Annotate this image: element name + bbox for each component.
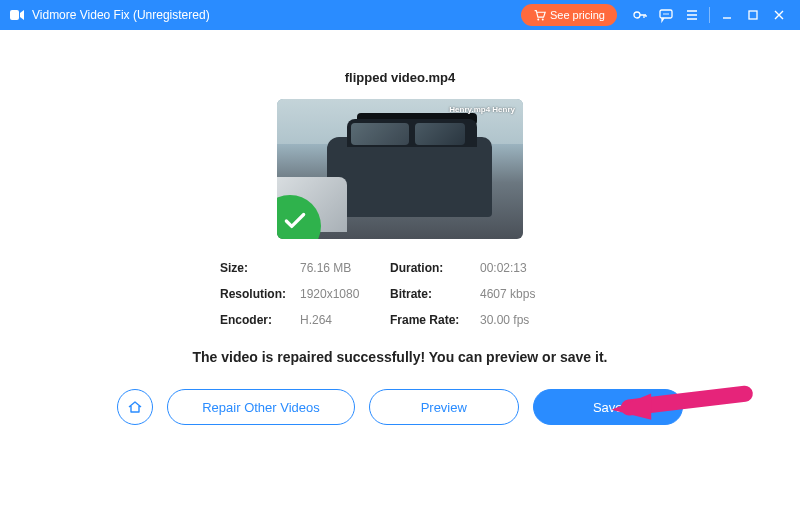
svg-point-3 — [634, 12, 640, 18]
save-button[interactable]: Save — [533, 389, 683, 425]
save-label: Save — [593, 400, 623, 415]
video-info-grid: Size: 76.16 MB Duration: 00:02:13 Resolu… — [220, 261, 580, 327]
resolution-label: Resolution: — [220, 287, 300, 301]
svg-point-7 — [667, 13, 669, 15]
maximize-button[interactable] — [740, 0, 766, 30]
svg-point-1 — [537, 18, 539, 20]
repair-other-label: Repair Other Videos — [202, 400, 320, 415]
app-logo-icon — [8, 6, 26, 24]
home-button[interactable] — [117, 389, 153, 425]
resolution-value: 1920x1080 — [300, 287, 390, 301]
bitrate-label: Bitrate: — [390, 287, 480, 301]
bitrate-value: 4607 kbps — [480, 287, 570, 301]
action-button-row: Repair Other Videos Preview Save — [0, 389, 800, 425]
main-content: flipped video.mp4 Henry.mp4 Henry Size: … — [0, 30, 800, 425]
titlebar-separator — [709, 7, 710, 23]
size-value: 76.16 MB — [300, 261, 390, 275]
file-name: flipped video.mp4 — [0, 70, 800, 85]
encoder-label: Encoder: — [220, 313, 300, 327]
duration-label: Duration: — [390, 261, 480, 275]
titlebar: Vidmore Video Fix (Unregistered) See pri… — [0, 0, 800, 30]
home-icon — [127, 399, 143, 415]
video-thumbnail: Henry.mp4 Henry — [277, 99, 523, 239]
svg-point-2 — [542, 18, 544, 20]
see-pricing-button[interactable]: See pricing — [521, 4, 617, 26]
svg-point-6 — [665, 13, 667, 15]
see-pricing-label: See pricing — [550, 9, 605, 21]
preview-button[interactable]: Preview — [369, 389, 519, 425]
thumbnail-watermark: Henry.mp4 Henry — [449, 105, 515, 114]
preview-label: Preview — [421, 400, 467, 415]
cart-icon — [533, 9, 546, 22]
framerate-label: Frame Rate: — [390, 313, 480, 327]
duration-value: 00:02:13 — [480, 261, 570, 275]
repair-other-button[interactable]: Repair Other Videos — [167, 389, 355, 425]
app-title: Vidmore Video Fix (Unregistered) — [32, 8, 210, 22]
svg-rect-8 — [749, 11, 757, 19]
framerate-value: 30.00 fps — [480, 313, 570, 327]
svg-point-5 — [663, 13, 665, 15]
size-label: Size: — [220, 261, 300, 275]
key-icon[interactable] — [627, 0, 653, 30]
feedback-icon[interactable] — [653, 0, 679, 30]
encoder-value: H.264 — [300, 313, 390, 327]
close-button[interactable] — [766, 0, 792, 30]
svg-rect-0 — [10, 10, 19, 20]
menu-icon[interactable] — [679, 0, 705, 30]
status-message: The video is repaired successfully! You … — [0, 349, 800, 365]
minimize-button[interactable] — [714, 0, 740, 30]
